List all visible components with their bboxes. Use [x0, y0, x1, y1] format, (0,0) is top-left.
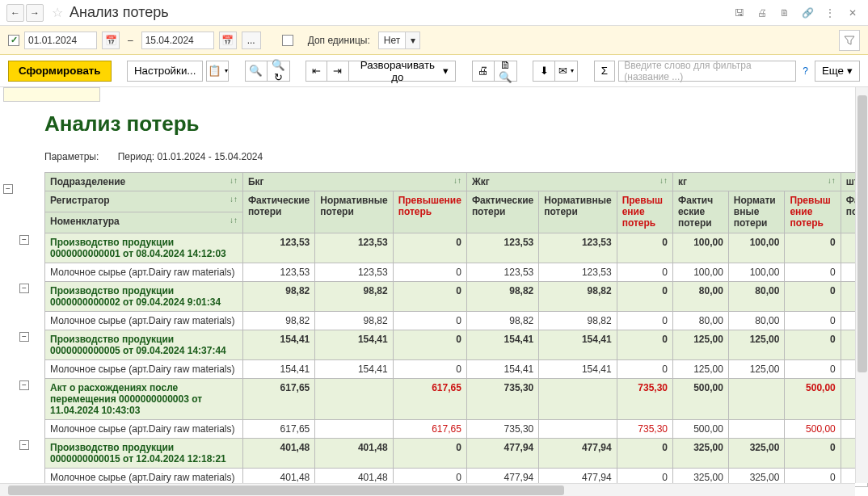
value-cell: 98,82: [466, 282, 538, 312]
group-header-nomenclature[interactable]: Номенклатура↓↑: [45, 212, 243, 233]
period-checkbox[interactable]: [8, 35, 19, 46]
value-cell: 617,65: [393, 379, 466, 420]
collapse-all-button[interactable]: ⇤: [305, 61, 327, 82]
col-exceed-1[interactable]: Превышение потерь: [393, 191, 466, 233]
value-cell: 154,41: [466, 330, 538, 360]
summary-row[interactable]: Производство продукции 0000000000001 от …: [45, 233, 868, 263]
value-cell: 401,48: [315, 439, 393, 469]
value-cell: [315, 379, 393, 420]
col-exceed-3[interactable]: Превыш ение потерь: [785, 191, 841, 233]
value-cell: 125,00: [673, 360, 729, 379]
summary-row[interactable]: Производство продукции 0000000000002 от …: [45, 282, 868, 312]
value-cell: 123,53: [315, 263, 393, 282]
value-cell: 0: [785, 330, 841, 360]
print-preview-button[interactable]: 🗎🔍: [495, 61, 517, 82]
value-cell: 154,41: [315, 360, 393, 379]
date-to-calendar-button[interactable]: 📅: [219, 32, 237, 49]
find-button[interactable]: 🔍: [245, 61, 268, 82]
settings-button[interactable]: Настройки...: [127, 61, 203, 82]
row-collapse-button[interactable]: −: [19, 440, 29, 450]
expand-to-label: Разворачивать до: [356, 59, 440, 83]
detail-row[interactable]: Молочное сырье (арт.Dairy raw materials)…: [45, 420, 868, 439]
unit-header-bkg[interactable]: Бкг↓↑: [242, 173, 466, 191]
link-icon[interactable]: 🔗: [798, 4, 816, 22]
row-description: Производство продукции 0000000000002 от …: [45, 282, 243, 312]
value-cell: 0: [617, 360, 672, 379]
vertical-scrollbar[interactable]: [855, 87, 868, 483]
print-icon[interactable]: 🖨: [753, 4, 771, 22]
variants-button[interactable]: 📋▾: [206, 61, 229, 82]
group-header-subdivision[interactable]: Подразделение↓↑: [45, 173, 243, 191]
kebab-icon[interactable]: ⋮: [821, 4, 839, 22]
value-cell: 123,53: [242, 233, 314, 263]
summary-row[interactable]: Производство продукции 0000000000015 от …: [45, 439, 868, 469]
nav-forward-button[interactable]: →: [26, 4, 44, 22]
value-cell: 80,00: [728, 282, 785, 312]
expand-to-button[interactable]: Разворачивать до ▾: [349, 61, 457, 82]
period-dialog-button[interactable]: ...: [242, 32, 261, 49]
extra-units-checkbox[interactable]: [282, 35, 293, 46]
row-collapse-button[interactable]: −: [19, 380, 29, 390]
detail-row[interactable]: Молочное сырье (арт.Dairy raw materials)…: [45, 263, 868, 282]
group-header-register[interactable]: Регистратор↓↑: [45, 191, 243, 212]
generate-button[interactable]: Сформировать: [8, 61, 112, 82]
chevron-down-icon[interactable]: ▾: [405, 32, 419, 48]
more-button[interactable]: Еще ▾: [815, 61, 860, 82]
value-cell: 500,00: [785, 379, 841, 420]
col-fact-2[interactable]: Фактические потери: [466, 191, 538, 233]
extra-units-label: Доп единицы:: [308, 35, 370, 46]
unit-header-zhkg[interactable]: Жкг↓↑: [466, 173, 672, 191]
value-cell: 735,30: [617, 379, 672, 420]
save-as-button[interactable]: ⬇: [533, 61, 555, 82]
filter-input[interactable]: Введите слово для фильтра (название ...): [618, 61, 796, 82]
nav-back-button[interactable]: ←: [6, 4, 24, 22]
value-cell: 154,41: [539, 360, 617, 379]
col-fact-1[interactable]: Фактические потери: [242, 191, 314, 233]
favorite-icon[interactable]: ☆: [48, 4, 66, 22]
summary-row[interactable]: Акт о расхождениях после перемещения 000…: [45, 379, 868, 420]
print-button[interactable]: 🖨: [472, 61, 495, 82]
preview-icon[interactable]: 🗎: [776, 4, 794, 22]
outline-collapse-button[interactable]: −: [3, 184, 13, 194]
detail-row[interactable]: Молочное сырье (арт.Dairy raw materials)…: [45, 360, 868, 379]
horizontal-scrollbar[interactable]: [0, 483, 855, 496]
col-norm-1[interactable]: Нормативные потери: [315, 191, 393, 233]
date-to-input[interactable]: 15.04.2024: [141, 32, 214, 49]
value-cell: 617,65: [242, 420, 314, 439]
col-norm-3[interactable]: Нормати вные потери: [728, 191, 785, 233]
value-cell: 735,30: [466, 379, 538, 420]
summary-row[interactable]: Производство продукции 0000000000005 от …: [45, 330, 868, 360]
unit-header-kg[interactable]: кг↓↑: [673, 173, 841, 191]
col-fact-3[interactable]: Фактич еские потери: [673, 191, 729, 233]
email-button[interactable]: ✉▾: [555, 61, 578, 82]
save-icon[interactable]: 🖫: [731, 4, 748, 22]
row-description: Акт о расхождениях после перемещения 000…: [45, 379, 243, 420]
row-collapse-button[interactable]: −: [19, 284, 29, 293]
value-cell: [728, 420, 785, 439]
value-cell: 98,82: [315, 312, 393, 330]
value-cell: 0: [393, 233, 466, 263]
detail-row[interactable]: Молочное сырье (арт.Dairy raw materials)…: [45, 312, 868, 330]
sum-button[interactable]: Σ: [594, 61, 616, 82]
find-next-button[interactable]: 🔍↻: [268, 61, 290, 82]
col-exceed-2[interactable]: Превыш ение потерь: [617, 191, 672, 233]
close-icon[interactable]: ✕: [844, 4, 862, 22]
extra-units-combo[interactable]: Нет ▾: [378, 32, 420, 49]
titlebar: ← → ☆ Анализ потерь 🖫 🖨 🗎 🔗 ⋮ ✕: [0, 0, 868, 26]
expand-all-button[interactable]: ⇥: [327, 61, 349, 82]
scrollbar-thumb[interactable]: [8, 485, 564, 495]
value-cell: 477,94: [466, 439, 538, 469]
value-cell: 123,53: [539, 233, 617, 263]
date-from-calendar-button[interactable]: 📅: [102, 32, 120, 49]
chevron-down-icon: ▾: [443, 65, 449, 77]
date-from-input[interactable]: 01.01.2024: [24, 32, 97, 49]
value-cell: 100,00: [728, 233, 785, 263]
scrollbar-thumb[interactable]: [857, 95, 867, 372]
report-title: Анализ потерь: [44, 111, 868, 137]
col-norm-2[interactable]: Нормативные потери: [539, 191, 617, 233]
row-collapse-button[interactable]: −: [19, 235, 29, 245]
value-cell: 0: [617, 439, 672, 469]
row-collapse-button[interactable]: −: [19, 332, 29, 342]
filter-settings-button[interactable]: [839, 30, 860, 51]
help-button[interactable]: ?: [799, 65, 811, 77]
